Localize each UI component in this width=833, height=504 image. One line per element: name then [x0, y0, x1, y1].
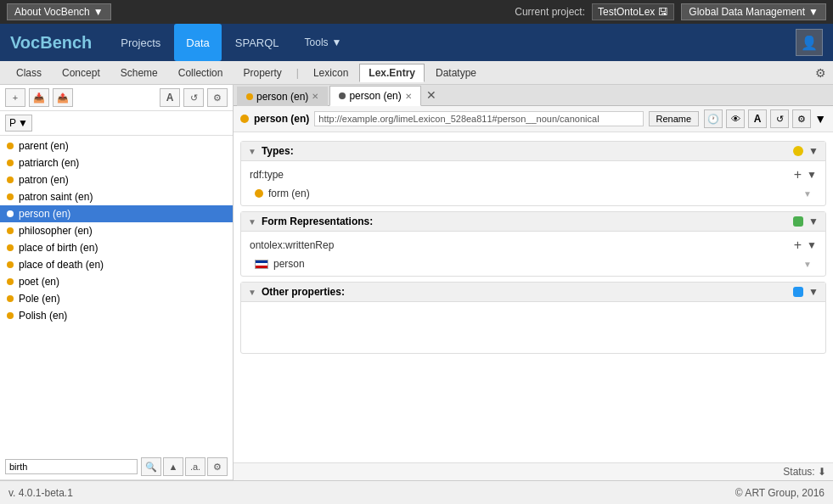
form-chevron-icon[interactable]: ▼	[803, 189, 812, 199]
search-input[interactable]	[5, 459, 138, 474]
top-bar: About VocBench ▼ Current project: TestOn…	[0, 0, 833, 24]
list-item[interactable]: place of death (en)	[0, 256, 233, 273]
tab-close-icon-2[interactable]: ✕	[405, 92, 412, 101]
tab-collection[interactable]: Collection	[169, 64, 233, 82]
import-button[interactable]: 📥	[29, 88, 49, 107]
types-chevron-icon[interactable]: ▼	[248, 147, 256, 156]
prev-button[interactable]: ▲	[163, 457, 183, 476]
types-dropdown-icon[interactable]: ▼	[808, 145, 819, 157]
tab-person-2[interactable]: person (en) ✕	[329, 86, 420, 106]
version-label: v. 4.0.1-beta.1	[8, 487, 73, 499]
written-rep-dropdown-icon[interactable]: ▼	[807, 239, 817, 251]
tab-label-2: person (en)	[349, 90, 401, 102]
close-all-icon[interactable]: ✕	[426, 88, 436, 102]
form-repr-chevron-icon[interactable]: ▼	[248, 217, 256, 227]
visibility-icon[interactable]: 👁	[726, 109, 745, 128]
about-button[interactable]: About VocBench ▼	[7, 3, 111, 20]
nav-projects[interactable]: Projects	[109, 24, 172, 61]
project-label: Current project:	[515, 6, 585, 18]
list-item[interactable]: patron saint (en)	[0, 188, 233, 205]
written-rep-row: ontolex:writtenRep + ▼	[241, 235, 825, 255]
tab-concept[interactable]: Concept	[53, 64, 110, 82]
list-item[interactable]: Polish (en)	[0, 307, 233, 324]
status-bar: v. 4.0.1-beta.1 © ART Group, 2016	[0, 480, 833, 504]
tab-class[interactable]: Class	[7, 64, 51, 82]
item-dot	[7, 261, 14, 268]
sub-nav: Class Concept Scheme Collection Property…	[0, 61, 833, 85]
add-entry-button[interactable]: +	[5, 88, 25, 107]
item-label: Pole (en)	[19, 293, 60, 305]
form-repr-section-title: Form Representations:	[262, 216, 788, 227]
regex-button[interactable]: .a.	[185, 457, 205, 476]
sub-nav-settings-icon[interactable]: ⚙	[815, 66, 826, 80]
tab-lex-entry[interactable]: Lex.Entry	[359, 64, 425, 82]
history-icon[interactable]: 🕐	[704, 109, 723, 128]
item-label: place of birth (en)	[19, 242, 98, 254]
person-value-row: person ▼	[241, 255, 825, 272]
nav-data[interactable]: Data	[174, 24, 221, 61]
resource-dropdown-icon[interactable]: ▼	[814, 112, 826, 126]
top-bar-left: About VocBench ▼	[7, 3, 111, 20]
resource-icons: 🕐 👁 A ↺ ⚙ ▼	[704, 109, 826, 128]
list-item[interactable]: patron (en)	[0, 171, 233, 188]
settings-button[interactable]: ⚙	[207, 88, 228, 107]
export-button[interactable]: 📤	[53, 88, 73, 107]
item-label: patriarch (en)	[19, 157, 79, 169]
global-data-button[interactable]: Global Data Management ▼	[681, 3, 826, 20]
tab-property[interactable]: Property	[234, 64, 290, 82]
written-rep-add-icon[interactable]: +	[794, 238, 802, 253]
filter-buttons: 🔍 ▲ .a. ⚙	[141, 457, 228, 476]
filter-settings-button[interactable]: ⚙	[207, 457, 228, 476]
list-item[interactable]: philosopher (en)	[0, 222, 233, 239]
user-avatar[interactable]: 👤	[796, 29, 823, 56]
list-item-selected[interactable]: person (en)	[0, 205, 233, 222]
list-item[interactable]: Pole (en)	[0, 290, 233, 307]
item-dot	[7, 160, 14, 166]
item-dot	[7, 176, 14, 183]
search-button[interactable]: 🔍	[141, 457, 161, 476]
rename-button[interactable]: Rename	[649, 111, 700, 126]
uk-flag-icon	[255, 260, 268, 269]
user-icon: 👤	[801, 35, 818, 51]
nav-tools[interactable]: Tools ▼	[293, 24, 354, 61]
list-item[interactable]: parent (en)	[0, 137, 233, 154]
item-label: person (en)	[19, 208, 70, 220]
list-item[interactable]: place of birth (en)	[0, 239, 233, 256]
copyright-label: © ART Group, 2016	[735, 487, 825, 499]
rdf-type-label: rdf:type	[250, 169, 789, 181]
list-item[interactable]: poet (en)	[0, 273, 233, 290]
written-rep-label: ontolex:writtenRep	[250, 239, 789, 251]
form-repr-dropdown-icon[interactable]: ▼	[808, 216, 819, 227]
tab-lexicon[interactable]: Lexicon	[304, 64, 357, 82]
font-icon[interactable]: A	[748, 109, 767, 128]
resource-settings-icon[interactable]: ⚙	[792, 109, 811, 128]
tab-label-1: person (en)	[256, 91, 308, 103]
refresh-resource-icon[interactable]: ↺	[770, 109, 789, 128]
resource-header: person (en) Rename 🕐 👁 A ↺ ⚙ ▼	[234, 106, 833, 132]
tab-scheme[interactable]: Scheme	[111, 64, 167, 82]
resource-url-input[interactable]	[314, 111, 643, 126]
tab-datatype[interactable]: Datatype	[426, 64, 486, 82]
nav-left: VocBench Projects Data SPARQL Tools ▼	[10, 24, 353, 61]
types-dot-icon	[793, 146, 803, 156]
other-props-chevron-icon[interactable]: ▼	[248, 288, 256, 297]
form-repr-dot-icon	[793, 216, 803, 227]
tab-close-icon-1[interactable]: ✕	[312, 92, 318, 101]
nav-items: Projects Data SPARQL Tools ▼	[109, 24, 353, 61]
rdf-type-dropdown-icon[interactable]: ▼	[807, 169, 817, 181]
project-badge: TestOntoLex 🖫	[592, 3, 674, 20]
rdf-type-add-icon[interactable]: +	[794, 167, 802, 182]
list-item[interactable]: patriarch (en)	[0, 154, 233, 171]
refresh-button[interactable]: ↺	[183, 88, 204, 107]
item-dot	[7, 210, 14, 217]
alpha-select[interactable]: P ▼	[5, 115, 32, 132]
item-label: philosopher (en)	[19, 225, 93, 237]
tab-person-1[interactable]: person (en) ✕	[237, 87, 328, 106]
tab-dot-orange	[246, 93, 253, 100]
other-props-dropdown-icon[interactable]: ▼	[808, 286, 819, 298]
bold-button[interactable]: A	[160, 88, 180, 107]
tree-list: parent (en) patriarch (en) patron (en) p…	[0, 136, 233, 454]
person-chevron-icon[interactable]: ▼	[803, 260, 812, 269]
sections-container: ▼ Types: ▼ rdf:type + ▼ form (en) ▼	[234, 132, 833, 462]
nav-sparql[interactable]: SPARQL	[223, 24, 291, 61]
